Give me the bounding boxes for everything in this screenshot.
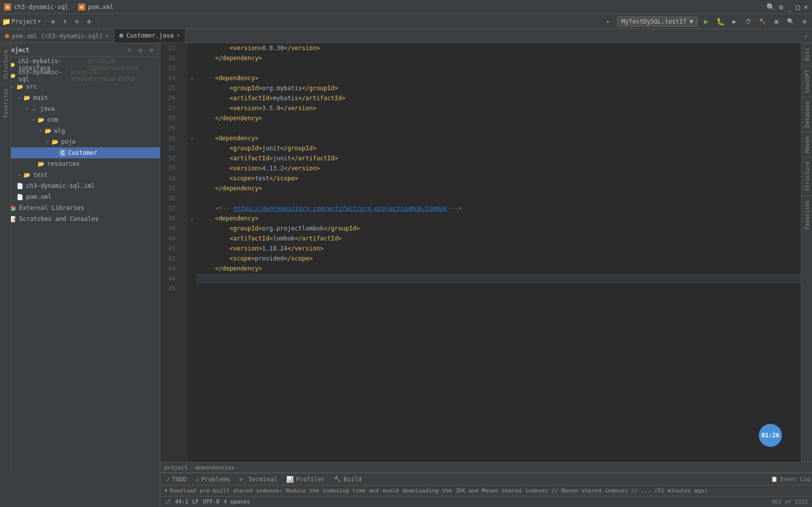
minimize-icon[interactable]: _	[787, 3, 791, 11]
notification-icon: ⬇	[164, 487, 168, 494]
tree-item-ext-libs[interactable]: ▸ 📚 External Libraries	[0, 202, 160, 213]
tree-label-test: test	[33, 171, 48, 178]
project-dropdown-icon[interactable]: ▼	[38, 19, 41, 24]
project-icon: 📁	[2, 18, 11, 26]
code-line-24: <dependency>	[196, 73, 801, 83]
stop-icon[interactable]: ■	[771, 16, 782, 27]
folder-icon-resources: 📂	[37, 160, 45, 167]
terminal-label: Terminal	[249, 476, 278, 483]
right-panel-favorites[interactable]: Favorites	[801, 195, 812, 234]
tab-pom-close[interactable]: ×	[106, 33, 109, 39]
toolbar-btn-scope[interactable]: ⊙	[72, 16, 83, 27]
settings-icon[interactable]: ⚙	[779, 3, 783, 11]
build-icon[interactable]: 🔨	[757, 16, 768, 27]
tree-item-resources[interactable]: ▸ 📂 resources	[0, 158, 160, 169]
run-config-name: MyTestDySQL.testIf	[622, 18, 687, 25]
gutter	[178, 43, 187, 462]
right-side-panels: Bits ChatGPT Database Maven Structure Fa…	[801, 43, 812, 462]
bottom-tab-todo[interactable]: ✓ TODO	[162, 475, 190, 484]
tree-item-iml[interactable]: ▸ 📄 ch3-dynamic-sql.iml	[0, 180, 160, 191]
status-encoding[interactable]: UTF-8	[203, 498, 220, 505]
title-icon-xml2: m	[78, 4, 85, 11]
right-panel-bits[interactable]: Bits	[801, 43, 812, 65]
toolbar-btn-settings[interactable]: ⚙	[84, 16, 95, 27]
tree-item-main[interactable]: ▾ 📂 main	[0, 92, 160, 103]
right-panel-chatgpt[interactable]: ChatGPT	[801, 65, 812, 97]
search-icon[interactable]: 🔍	[766, 3, 775, 11]
tree-item-scratches[interactable]: ▸ 📝 Scratches and Consoles	[0, 213, 160, 224]
right-panel-structure[interactable]: Structure	[801, 157, 812, 195]
status-line-col[interactable]: 44:1	[175, 498, 188, 505]
right-panel-database[interactable]: Database	[801, 97, 812, 132]
favorites-tab[interactable]: Favorites	[0, 84, 11, 122]
tree-item-wlg[interactable]: ▾ 📂 wlg	[0, 125, 160, 136]
sidebar-header: Project ⬆ ◎ ⚙	[0, 43, 160, 57]
run-config-dropdown[interactable]: ▼	[690, 18, 693, 25]
bottom-tab-problems[interactable]: ⚠ Problems	[191, 475, 234, 484]
terminal-icon: >_	[239, 476, 246, 483]
tab-pom-xml[interactable]: pom.xml (ch3-dynamic-sql) ×	[0, 29, 114, 43]
sidebar-action-collapse[interactable]: ⬆	[125, 46, 134, 55]
tree-item-src[interactable]: ▾ 📂 src	[0, 81, 160, 92]
tree-item-customer[interactable]: C Customer	[0, 147, 160, 158]
run-icon[interactable]: ▶	[701, 16, 712, 27]
sidebar: Project ⬆ ◎ ⚙ ▾ 📂 ch2-mybatis-interface …	[0, 43, 160, 507]
code-line-33: <version>4.13.2</version>	[196, 163, 801, 173]
event-log-label[interactable]: Event Log	[780, 476, 810, 482]
tree-item-java[interactable]: ▾ ☕ java	[0, 103, 160, 114]
code-line-44	[196, 274, 801, 284]
bottom-tab-build[interactable]: 🔨 Build	[330, 475, 365, 484]
java-icon-customer: C	[59, 149, 66, 156]
status-bar: ⎇ 44:1 LF UTF-8 4 spaces 962 of 2322	[160, 496, 812, 507]
toolbar: 📁 Project ▼ ≡ ⬆ ⊙ ⚙ ← MyTestDySQL.testIf…	[0, 14, 812, 29]
breadcrumb-project[interactable]: project	[164, 464, 187, 471]
tree-item-pomxml[interactable]: ▸ 📄 pom.xml	[0, 191, 160, 202]
profile-icon[interactable]: ⏱	[743, 16, 754, 27]
tree-arrow-resources: ▸	[30, 161, 37, 166]
tree-item-ch3[interactable]: ▾ 📂 ch3-dynamic-sql D:\23-24-1\mybatisre…	[0, 70, 160, 81]
status-indent[interactable]: 4 spaces	[224, 498, 250, 505]
build-label: Build	[343, 476, 361, 483]
status-position: 962 of 2322	[771, 498, 808, 505]
toolbar-btn-collapse[interactable]: ⬆	[60, 16, 71, 27]
tree-label-main: main	[33, 94, 48, 101]
bottom-tab-profiler[interactable]: 📊 Profiler	[282, 475, 329, 484]
maximize-icon[interactable]: □	[795, 3, 799, 11]
tree-label-customer: Customer	[68, 149, 97, 156]
title-icon-xml: m	[4, 4, 11, 11]
code-line-40: <artifactId>lombok</artifactId>	[196, 233, 801, 243]
sidebar-action-settings[interactable]: ⚙	[147, 46, 156, 55]
settings2-icon[interactable]: ⚙	[799, 16, 810, 27]
folder-icon-wlg: 📂	[44, 127, 52, 134]
code-editor[interactable]: <version>8.0.30</version> </dependency> …	[196, 43, 801, 462]
tree-label-src: src	[26, 83, 37, 90]
editor-area: 21 22 23 24 25 26 27 28 29 30 31 32 33 3…	[160, 43, 812, 507]
tree-item-pojo[interactable]: ▾ 📂 pojo	[0, 136, 160, 147]
tab-customer-close[interactable]: ×	[176, 32, 180, 39]
status-lf[interactable]: LF	[192, 498, 199, 505]
search-everywhere-icon[interactable]: 🔍	[785, 16, 796, 27]
code-line-34: <scope>test</scope>	[196, 173, 801, 183]
run-with-coverage-icon[interactable]: ▶	[729, 16, 740, 27]
structure-tab[interactable]: Structure	[0, 45, 11, 84]
tab-customer-java[interactable]: Customer.java ×	[114, 29, 185, 43]
close-icon[interactable]: ×	[804, 3, 808, 11]
tree-item-test[interactable]: ▸ 📂 test	[0, 169, 160, 180]
tree-label-wlg: wlg	[54, 127, 65, 134]
project-label: Project	[12, 18, 37, 25]
fold-gutter: ⊖ ⊖ ⊖	[187, 43, 196, 462]
profiler-icon: 📊	[286, 476, 294, 483]
code-line-29	[196, 123, 801, 133]
tree-arrow-wlg: ▾	[37, 128, 44, 133]
back-icon[interactable]: ←	[603, 16, 614, 27]
breadcrumb-dependencies[interactable]: dependencies	[195, 464, 235, 471]
bottom-tab-terminal[interactable]: >_ Terminal	[235, 475, 281, 484]
tree-item-com[interactable]: ▾ 📂 com	[0, 114, 160, 125]
code-line-23	[196, 63, 801, 73]
sidebar-action-locate[interactable]: ◎	[136, 46, 145, 55]
tree-arrow-com: ▾	[30, 117, 37, 122]
run-config-selector[interactable]: MyTestDySQL.testIf ▼	[617, 17, 698, 27]
debug-icon[interactable]: 🐛	[715, 16, 726, 27]
toolbar-btn-expand[interactable]: ≡	[48, 16, 59, 27]
right-panel-maven[interactable]: Maven	[801, 132, 812, 157]
